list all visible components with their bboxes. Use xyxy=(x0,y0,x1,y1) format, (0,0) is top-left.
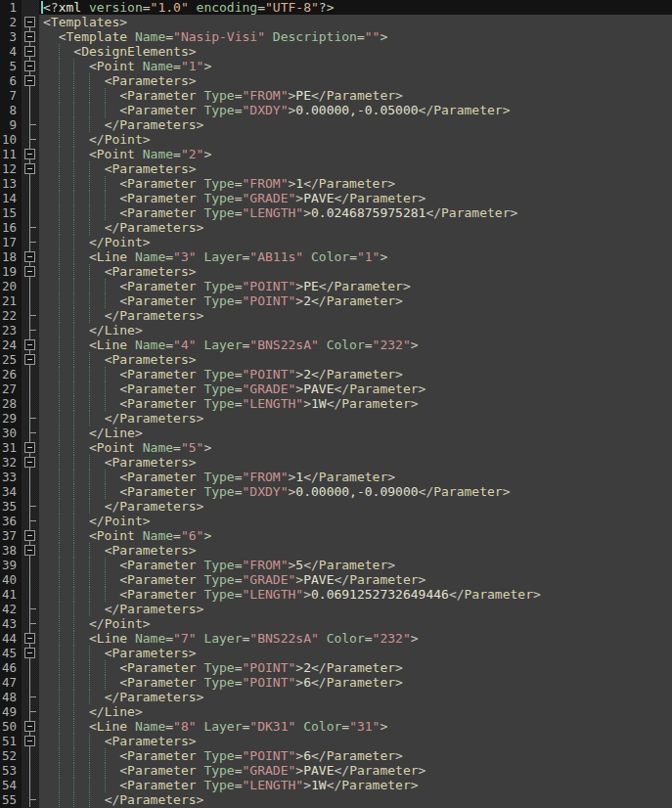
xml-code-editor[interactable]: 1<?xml version="1.0" encoding="UTF-8"?>2… xyxy=(0,0,672,808)
code-text[interactable]: <Point Name="5"> xyxy=(39,440,672,455)
code-text[interactable]: <Parameters> xyxy=(39,73,672,88)
code-text[interactable]: <Line Name="4" Layer="BNS22sA" Color="23… xyxy=(39,337,672,352)
code-text[interactable]: <Parameter Type="LENGTH">1W</Parameter> xyxy=(39,778,672,792)
code-text[interactable]: </Parameters> xyxy=(39,117,672,132)
code-text[interactable]: <Parameter Type="DXDY">0.00000,-0.05000<… xyxy=(39,103,672,117)
line-number[interactable]: 3 xyxy=(0,29,22,44)
code-text[interactable]: </Parameters> xyxy=(39,411,672,426)
fold-collapse-icon[interactable] xyxy=(24,17,35,27)
line-number[interactable]: 30 xyxy=(0,426,22,440)
code-text[interactable]: <Template Name="Nasip-Visi" Description=… xyxy=(39,29,672,44)
line-number[interactable]: 39 xyxy=(0,558,22,572)
line-number[interactable]: 4 xyxy=(0,44,22,59)
code-text[interactable]: <Templates> xyxy=(39,15,672,29)
line-number[interactable]: 6 xyxy=(0,73,22,88)
line-number[interactable]: 33 xyxy=(0,470,22,484)
line-number[interactable]: 52 xyxy=(0,748,22,763)
fold-collapse-icon[interactable] xyxy=(24,648,35,658)
code-text[interactable]: <Parameter Type="FROM">1</Parameter> xyxy=(39,176,672,191)
line-number[interactable]: 47 xyxy=(0,675,22,690)
line-number[interactable]: 14 xyxy=(0,191,22,205)
line-number[interactable]: 1 xyxy=(0,0,22,15)
code-text[interactable]: <Parameters> xyxy=(39,352,672,367)
line-number[interactable]: 29 xyxy=(0,411,22,426)
fold-collapse-icon[interactable] xyxy=(24,721,35,732)
line-number[interactable]: 18 xyxy=(0,249,22,264)
code-text[interactable]: <Parameter Type="POINT">6</Parameter> xyxy=(39,748,672,763)
code-text[interactable]: <Parameter Type="POINT">6</Parameter> xyxy=(39,675,672,690)
fold-collapse-icon[interactable] xyxy=(24,633,35,644)
fold-collapse-icon[interactable] xyxy=(24,354,35,365)
line-number[interactable]: 15 xyxy=(0,205,22,220)
code-text[interactable]: <Line Name="3" Layer="AB11s" Color="1"> xyxy=(39,249,672,264)
line-number[interactable]: 43 xyxy=(0,616,22,631)
line-number[interactable]: 50 xyxy=(0,719,22,734)
code-text[interactable]: <Line Name="8" Layer="DK31" Color="31"> xyxy=(39,719,672,734)
fold-collapse-icon[interactable] xyxy=(24,266,35,277)
line-number[interactable]: 27 xyxy=(0,382,22,396)
fold-collapse-icon[interactable] xyxy=(24,61,35,71)
code-text[interactable]: </Parameters> xyxy=(39,308,672,323)
code-text[interactable]: <Parameter Type="LENGTH">1W</Parameter> xyxy=(39,396,672,411)
line-number[interactable]: 54 xyxy=(0,778,22,792)
line-number[interactable]: 2 xyxy=(0,15,22,29)
code-text[interactable]: <Parameters> xyxy=(39,455,672,470)
line-number[interactable]: 9 xyxy=(0,117,22,132)
line-number[interactable]: 26 xyxy=(0,367,22,382)
code-text[interactable]: <Point Name="2"> xyxy=(39,147,672,161)
code-text[interactable]: <Parameter Type="LENGTH">0.0246875975281… xyxy=(39,205,672,220)
code-text[interactable]: <Parameter Type="GRADE">PAVE</Parameter> xyxy=(39,572,672,587)
fold-collapse-icon[interactable] xyxy=(24,163,35,174)
line-number[interactable]: 38 xyxy=(0,543,22,558)
code-text[interactable]: </Parameters> xyxy=(39,690,672,704)
line-number[interactable]: 46 xyxy=(0,660,22,675)
line-number[interactable]: 45 xyxy=(0,646,22,660)
line-number[interactable]: 21 xyxy=(0,293,22,308)
code-text[interactable]: <Parameters> xyxy=(39,543,672,558)
code-text[interactable]: </Point> xyxy=(39,132,672,147)
code-text[interactable]: </Line> xyxy=(39,704,672,719)
fold-collapse-icon[interactable] xyxy=(24,442,35,453)
line-number[interactable]: 35 xyxy=(0,499,22,514)
code-text[interactable]: <Point Name="6"> xyxy=(39,528,672,543)
code-text[interactable]: </Parameters> xyxy=(39,220,672,235)
code-text[interactable]: <Parameter Type="FROM">1</Parameter> xyxy=(39,470,672,484)
code-text[interactable]: </Line> xyxy=(39,323,672,337)
line-number[interactable]: 49 xyxy=(0,704,22,719)
code-text[interactable]: <Parameters> xyxy=(39,264,672,279)
code-text[interactable]: </Parameters> xyxy=(39,602,672,616)
line-number[interactable]: 7 xyxy=(0,88,22,103)
code-text[interactable]: <DesignElements> xyxy=(39,44,672,59)
code-text[interactable]: <Parameter Type="POINT">PE</Parameter> xyxy=(39,279,672,293)
fold-collapse-icon[interactable] xyxy=(24,149,35,159)
code-text[interactable]: <Parameter Type="POINT">2</Parameter> xyxy=(39,367,672,382)
code-text[interactable]: </Point> xyxy=(39,235,672,249)
line-number[interactable]: 41 xyxy=(0,587,22,602)
line-number[interactable]: 28 xyxy=(0,396,22,411)
code-text[interactable]: <?xml version="1.0" encoding="UTF-8"?> xyxy=(39,0,672,15)
code-text[interactable]: </Point> xyxy=(39,514,672,528)
code-text[interactable]: </Point> xyxy=(39,616,672,631)
fold-collapse-icon[interactable] xyxy=(24,545,35,556)
code-text[interactable]: <Parameter Type="GRADE">PAVE</Parameter> xyxy=(39,382,672,396)
line-number[interactable]: 16 xyxy=(0,220,22,235)
code-text[interactable]: <Parameters> xyxy=(39,161,672,176)
fold-collapse-icon[interactable] xyxy=(24,457,35,468)
code-text[interactable]: <Parameter Type="FROM">5</Parameter> xyxy=(39,558,672,572)
line-number[interactable]: 8 xyxy=(0,103,22,117)
code-text[interactable]: <Point Name="1"> xyxy=(39,59,672,73)
fold-collapse-icon[interactable] xyxy=(24,75,35,86)
fold-collapse-icon[interactable] xyxy=(24,530,35,541)
line-number[interactable]: 19 xyxy=(0,264,22,279)
line-number[interactable]: 24 xyxy=(0,337,22,352)
code-text[interactable]: <Parameter Type="GRADE">PAVE</Parameter> xyxy=(39,191,672,205)
line-number[interactable]: 31 xyxy=(0,440,22,455)
line-number[interactable]: 37 xyxy=(0,528,22,543)
code-text[interactable]: <Parameter Type="DXDY">0.00000,-0.09000<… xyxy=(39,484,672,499)
line-number[interactable]: 42 xyxy=(0,602,22,616)
code-text[interactable]: <Parameter Type="GRADE">PAVE</Parameter> xyxy=(39,763,672,778)
fold-collapse-icon[interactable] xyxy=(24,31,35,42)
line-number[interactable]: 12 xyxy=(0,161,22,176)
line-number[interactable]: 20 xyxy=(0,279,22,293)
line-number[interactable]: 55 xyxy=(0,792,22,807)
